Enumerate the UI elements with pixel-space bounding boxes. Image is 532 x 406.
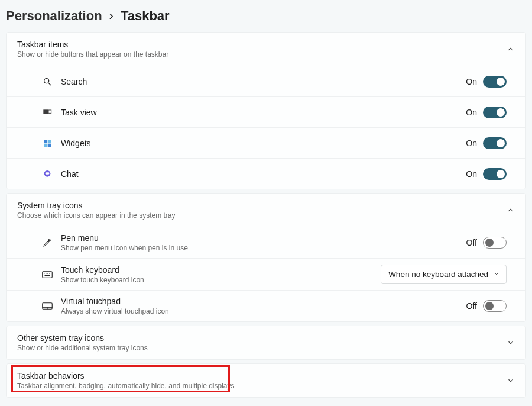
system-tray-card: System tray icons Choose which icons can… <box>6 193 526 322</box>
pen-menu-toggle[interactable] <box>483 237 507 249</box>
search-icon <box>40 76 55 87</box>
touchpad-icon <box>40 301 55 311</box>
chat-icon <box>40 169 55 179</box>
other-tray-subtitle: Show or hide additional system tray icon… <box>17 344 507 352</box>
toggle-state-label: On <box>466 77 477 86</box>
virtual-touchpad-toggle[interactable] <box>483 300 507 312</box>
breadcrumb-current: Taskbar <box>121 8 170 24</box>
system-tray-header[interactable]: System tray icons Choose which icons can… <box>7 194 525 227</box>
taskbar-item-search-row: Search On <box>7 66 525 96</box>
pen-menu-sub: Show pen menu icon when pen is in use <box>61 244 466 252</box>
chevron-up-icon <box>507 206 515 214</box>
touch-keyboard-select[interactable]: When no keyboard attached <box>381 265 507 284</box>
breadcrumb-separator: › <box>109 8 113 24</box>
svg-rect-2 <box>43 109 48 114</box>
widgets-icon <box>40 138 55 149</box>
svg-rect-10 <box>43 271 53 278</box>
taskbar-behaviors-card: Taskbar behaviors Taskbar alignment, bad… <box>6 363 526 398</box>
other-tray-header[interactable]: Other system tray icons Show or hide add… <box>7 326 525 359</box>
svg-rect-13 <box>47 273 48 274</box>
toggle-state-label: Off <box>466 301 477 311</box>
svg-rect-7 <box>48 143 51 146</box>
search-toggle[interactable] <box>483 76 507 88</box>
svg-line-1 <box>48 83 51 85</box>
taskview-icon <box>40 107 55 118</box>
taskbar-item-label: Widgets <box>61 138 466 148</box>
svg-rect-9 <box>46 172 50 174</box>
svg-point-0 <box>44 78 49 83</box>
taskbar-item-label: Task view <box>61 108 466 117</box>
svg-rect-15 <box>45 275 50 276</box>
touch-keyboard-row: Touch keyboard Show touch keyboard icon … <box>7 258 525 290</box>
breadcrumb-parent[interactable]: Personalization <box>6 8 102 24</box>
svg-rect-5 <box>48 140 51 143</box>
taskbar-behaviors-title: Taskbar behaviors <box>17 371 507 381</box>
svg-rect-3 <box>48 110 51 113</box>
taskbar-item-label: Search <box>61 77 466 86</box>
svg-rect-12 <box>46 273 47 274</box>
taskbar-items-title: Taskbar items <box>17 40 507 49</box>
svg-rect-14 <box>49 273 50 274</box>
taskbar-item-widgets-row: Widgets On <box>7 127 525 158</box>
taskbar-items-subtitle: Show or hide buttons that appear on the … <box>17 50 507 59</box>
svg-rect-4 <box>44 140 47 143</box>
system-tray-subtitle: Choose which icons can appear in the sys… <box>17 211 507 220</box>
chat-toggle[interactable] <box>483 168 507 180</box>
touch-keyboard-sub: Show touch keyboard icon <box>61 276 381 284</box>
taskbar-item-chat-row: Chat On <box>7 158 525 189</box>
svg-rect-6 <box>44 143 47 146</box>
taskbar-items-header[interactable]: Taskbar items Show or hide buttons that … <box>7 33 525 66</box>
touch-keyboard-select-value: When no keyboard attached <box>388 270 488 279</box>
chevron-down-icon <box>507 339 515 347</box>
taskbar-behaviors-header[interactable]: Taskbar behaviors Taskbar alignment, bad… <box>7 364 525 397</box>
system-tray-title: System tray icons <box>17 201 507 210</box>
virtual-touchpad-label: Virtual touchpad <box>61 297 466 306</box>
breadcrumb: Personalization › Taskbar <box>6 6 526 32</box>
keyboard-icon <box>40 269 55 280</box>
taskbar-item-label: Chat <box>61 169 466 179</box>
taskbar-items-card: Taskbar items Show or hide buttons that … <box>6 32 526 189</box>
taskbar-item-taskview-row: Task view On <box>7 96 525 127</box>
taskbar-behaviors-subtitle: Taskbar alignment, badging, automaticall… <box>17 382 507 390</box>
other-tray-title: Other system tray icons <box>17 333 507 343</box>
svg-rect-11 <box>44 273 45 274</box>
taskview-toggle[interactable] <box>483 107 507 118</box>
pen-menu-row: Pen menu Show pen menu icon when pen is … <box>7 227 525 258</box>
chevron-down-icon <box>493 270 500 279</box>
toggle-state-label: On <box>466 169 477 179</box>
toggle-state-label: On <box>466 138 477 148</box>
chevron-up-icon <box>507 45 515 53</box>
widgets-toggle[interactable] <box>483 137 507 149</box>
virtual-touchpad-sub: Always show virtual touchpad icon <box>61 307 466 315</box>
virtual-touchpad-row: Virtual touchpad Always show virtual tou… <box>7 290 525 321</box>
toggle-state-label: Off <box>466 238 477 247</box>
touch-keyboard-label: Touch keyboard <box>61 265 381 275</box>
other-tray-card: Other system tray icons Show or hide add… <box>6 326 526 360</box>
pen-menu-label: Pen menu <box>61 233 466 243</box>
toggle-state-label: On <box>466 108 477 117</box>
pen-icon <box>40 237 55 248</box>
chevron-down-icon <box>507 376 515 385</box>
